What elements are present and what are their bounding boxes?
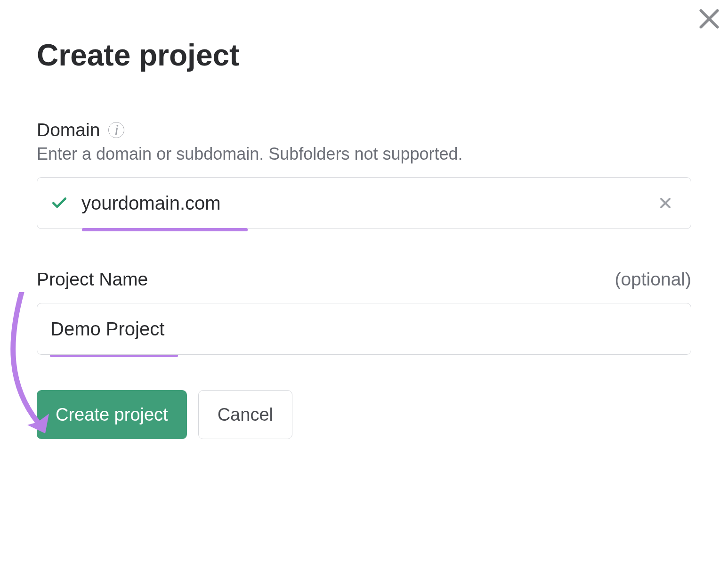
project-name-input[interactable] <box>50 318 678 340</box>
create-project-button[interactable]: Create project <box>37 390 187 439</box>
domain-section: Domain i Enter a domain or subdomain. Su… <box>37 120 691 231</box>
dialog-actions: Create project Cancel <box>37 390 691 439</box>
create-project-dialog: Create project Domain i Enter a domain o… <box>0 0 728 439</box>
checkmark-icon <box>50 194 68 212</box>
close-icon[interactable] <box>695 5 723 33</box>
domain-input[interactable] <box>81 193 653 214</box>
cancel-button[interactable]: Cancel <box>198 390 292 439</box>
project-name-section: Project Name (optional) <box>37 269 691 357</box>
domain-input-wrapper <box>37 177 691 229</box>
dialog-title: Create project <box>37 38 691 73</box>
highlight-underline <box>82 228 248 231</box>
optional-hint: (optional) <box>615 269 691 290</box>
clear-input-icon[interactable] <box>653 191 678 215</box>
project-name-label: Project Name <box>37 269 148 290</box>
info-icon[interactable]: i <box>108 122 124 138</box>
domain-label: Domain <box>37 120 100 140</box>
domain-helper-text: Enter a domain or subdomain. Subfolders … <box>37 144 691 164</box>
project-name-input-wrapper <box>37 303 691 355</box>
